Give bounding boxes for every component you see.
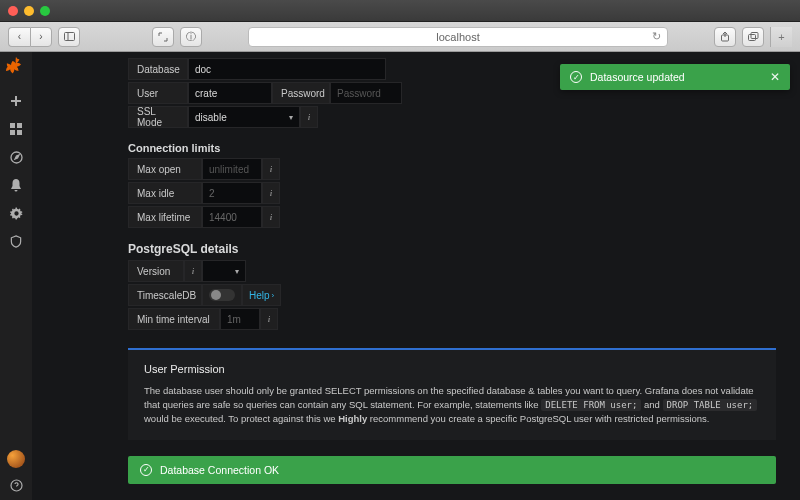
user-permission-panel: User Permission The database user should… [128, 348, 776, 440]
max-open-info-icon[interactable]: i [262, 158, 280, 180]
reload-icon[interactable]: ↻ [652, 30, 661, 43]
shield-icon[interactable] [9, 234, 23, 248]
connection-limits-heading: Connection limits [128, 142, 776, 154]
window-controls [8, 6, 50, 16]
svg-rect-0 [64, 33, 74, 41]
sslmode-select[interactable]: disable ▾ [188, 106, 300, 128]
max-idle-info-icon[interactable]: i [262, 182, 280, 204]
max-open-input[interactable] [202, 158, 262, 180]
sslmode-value: disable [195, 112, 227, 123]
password-input[interactable] [330, 82, 402, 104]
minimize-window-icon[interactable] [24, 6, 34, 16]
database-label: Database [128, 58, 188, 80]
close-window-icon[interactable] [8, 6, 18, 16]
user-avatar[interactable] [7, 450, 25, 468]
check-icon: ✓ [140, 464, 152, 476]
toast-message: Datasource updated [590, 71, 685, 83]
min-time-interval-label: Min time interval [128, 308, 220, 330]
min-time-interval-info-icon[interactable]: i [260, 308, 278, 330]
dashboards-icon[interactable] [9, 122, 23, 136]
max-open-label: Max open [128, 158, 202, 180]
password-label: Password [272, 82, 330, 104]
success-toast: ✓ Datasource updated ✕ [560, 64, 790, 90]
version-info-icon[interactable]: i [184, 260, 202, 282]
svg-rect-8 [17, 130, 22, 135]
svg-rect-7 [10, 130, 15, 135]
explore-icon[interactable] [9, 150, 23, 164]
configuration-icon[interactable] [9, 206, 23, 220]
chevron-right-icon: › [272, 291, 275, 300]
url-text: localhost [436, 31, 479, 43]
svg-rect-5 [10, 123, 15, 128]
max-idle-input[interactable] [202, 182, 262, 204]
postgresql-details-heading: PostgreSQL details [128, 242, 776, 256]
back-button[interactable]: ‹ [8, 27, 30, 47]
browser-toolbar: ‹ › ⓘ localhost ↻ + [0, 22, 800, 52]
min-time-interval-input[interactable] [220, 308, 260, 330]
database-input[interactable] [188, 58, 386, 80]
help-link-label: Help [249, 290, 270, 301]
info-button[interactable]: ⓘ [180, 27, 202, 47]
connection-ok-banner: ✓ Database Connection OK [128, 456, 776, 484]
svg-rect-4 [751, 33, 758, 39]
url-bar[interactable]: localhost ↻ [248, 27, 668, 47]
grafana-app: ✓ Datasource updated ✕ Database User Pas… [0, 52, 800, 500]
check-icon: ✓ [570, 71, 582, 83]
new-tab-button[interactable]: + [770, 27, 792, 47]
code-delete: DELETE FROM user; [541, 399, 641, 411]
expand-button[interactable] [152, 27, 174, 47]
user-permission-text: The database user should only be granted… [144, 384, 760, 426]
max-lifetime-info-icon[interactable]: i [262, 206, 280, 228]
grafana-logo-icon[interactable] [6, 56, 26, 76]
max-idle-label: Max idle [128, 182, 202, 204]
user-label: User [128, 82, 188, 104]
main-content: ✓ Datasource updated ✕ Database User Pas… [32, 52, 800, 500]
chevron-down-icon: ▾ [289, 113, 293, 122]
alerting-icon[interactable] [9, 178, 23, 192]
share-button[interactable] [714, 27, 736, 47]
mac-titlebar [0, 0, 800, 22]
add-icon[interactable] [9, 94, 23, 108]
timescaledb-toggle-cell [202, 284, 242, 306]
timescaledb-label: TimescaleDB [128, 284, 202, 306]
svg-rect-3 [748, 35, 755, 41]
sslmode-label: SSL Mode [128, 106, 188, 128]
max-lifetime-input[interactable] [202, 206, 262, 228]
zoom-window-icon[interactable] [40, 6, 50, 16]
user-permission-heading: User Permission [144, 362, 760, 378]
chevron-down-icon: ▾ [235, 267, 239, 276]
connection-ok-text: Database Connection OK [160, 464, 279, 476]
side-nav [0, 52, 32, 500]
nav-buttons: ‹ › [8, 27, 52, 47]
version-label: Version [128, 260, 184, 282]
sslmode-info-icon[interactable]: i [300, 106, 318, 128]
svg-rect-6 [17, 123, 22, 128]
close-toast-button[interactable]: ✕ [770, 70, 780, 84]
code-drop: DROP TABLE user; [663, 399, 758, 411]
forward-button[interactable]: › [30, 27, 52, 47]
help-icon[interactable] [9, 478, 23, 492]
version-select[interactable]: ▾ [202, 260, 246, 282]
timescaledb-toggle[interactable] [209, 289, 235, 301]
help-link[interactable]: Help › [242, 284, 281, 306]
tabs-button[interactable] [742, 27, 764, 47]
max-lifetime-label: Max lifetime [128, 206, 202, 228]
sidebar-toggle-button[interactable] [58, 27, 80, 47]
user-input[interactable] [188, 82, 272, 104]
